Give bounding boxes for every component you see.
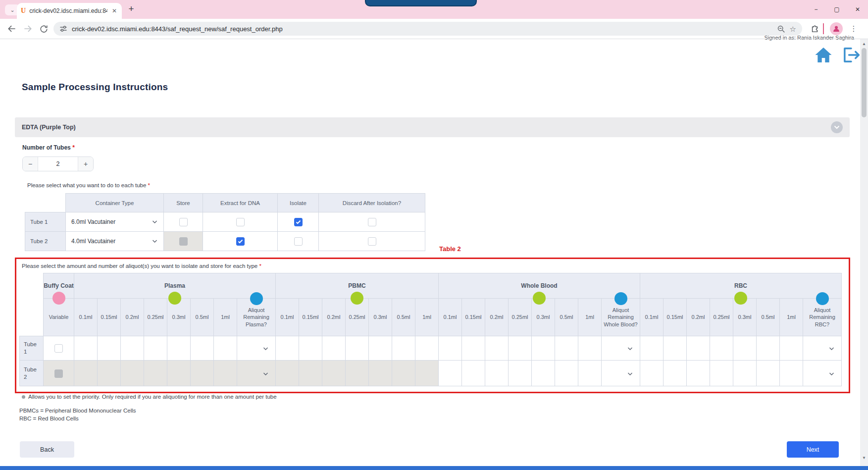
plasma-0-2ml-cell-tube-1[interactable] <box>121 336 144 361</box>
section-header-edta[interactable]: EDTA (Purple Top) <box>15 117 850 137</box>
whole-blood-0-15ml-cell-tube-2[interactable] <box>462 361 485 386</box>
scroll-up-icon[interactable]: ▲ <box>860 40 868 47</box>
subcolumn-header-plasma-0-1ml: 0.1ml <box>74 299 98 336</box>
whole-blood-0-5ml-cell-tube-2[interactable] <box>555 361 578 386</box>
extract-for-dna-checkbox-tube-1[interactable] <box>236 218 245 226</box>
discard-after-isolation-checkbox-tube-1[interactable] <box>368 218 376 226</box>
new-tab-button[interactable]: + <box>125 2 138 16</box>
rbc-0-1ml-cell-tube-1[interactable] <box>640 336 664 361</box>
pbmc-1ml-cell-tube-1[interactable] <box>415 336 439 361</box>
aliquot-select-rbc-tube-1[interactable] <box>803 336 842 361</box>
plasma-0-1ml-cell-tube-1[interactable] <box>74 336 98 361</box>
pbmc-0-3ml-cell-tube-1[interactable] <box>369 336 392 361</box>
stepper-plus-button[interactable]: + <box>78 157 93 171</box>
rbc-0-25ml-cell-tube-2[interactable] <box>710 361 733 386</box>
rbc-0-25ml-cell-tube-1[interactable] <box>710 336 733 361</box>
rbc-0-5ml-cell-tube-1[interactable] <box>757 336 780 361</box>
whole-blood-0-3ml-cell-tube-2[interactable] <box>532 361 555 386</box>
rbc-0-5ml-cell-tube-2[interactable] <box>757 361 780 386</box>
priority-dot-pink-buffy-coat[interactable] <box>52 292 65 305</box>
rbc-0-3ml-cell-tube-2[interactable] <box>733 361 757 386</box>
whole-blood-0-3ml-cell-tube-1[interactable] <box>532 336 555 361</box>
minimize-button[interactable]: − <box>806 0 826 19</box>
pbmc-0-15ml-cell-tube-1[interactable] <box>299 336 322 361</box>
isolate-checkbox-tube-1[interactable] <box>294 218 303 226</box>
page-scrollbar[interactable]: ▲ ▼ <box>860 39 868 466</box>
priority-dot-green-rbc[interactable] <box>734 292 747 305</box>
discard-after-isolation-checkbox-tube-2[interactable] <box>368 237 376 246</box>
aliquot-select-whole-blood-tube-2[interactable] <box>602 361 640 386</box>
rbc-0-15ml-cell-tube-2[interactable] <box>664 361 687 386</box>
zoom-out-icon[interactable] <box>777 25 785 33</box>
whole-blood-1ml-cell-tube-2[interactable] <box>578 361 602 386</box>
whole-blood-0-2ml-cell-tube-2[interactable] <box>485 361 509 386</box>
aliquot-select-plasma-tube-1[interactable] <box>237 336 276 361</box>
rbc-0-3ml-cell-tube-1[interactable] <box>733 336 757 361</box>
priority-dot-green-pbmc[interactable] <box>351 292 363 305</box>
plasma-0-25ml-cell-tube-1[interactable] <box>144 336 167 361</box>
maximize-button[interactable]: ▢ <box>826 0 847 19</box>
variable-checkbox-tube-1[interactable] <box>54 344 63 353</box>
container-type-select-tube-2[interactable]: 4.0ml Vacutainer <box>66 238 163 245</box>
subcolumn-header-whole-blood-1ml: 1ml <box>578 299 602 336</box>
whole-blood-0-2ml-cell-tube-1[interactable] <box>485 336 509 361</box>
store-checkbox-tube-1[interactable] <box>179 218 188 226</box>
whole-blood-0-1ml-cell-tube-2[interactable] <box>439 361 462 386</box>
plasma-0-5ml-cell-tube-1[interactable] <box>191 336 214 361</box>
pbmc-0-5ml-cell-tube-1[interactable] <box>392 336 415 361</box>
back-nav-icon[interactable] <box>5 22 19 36</box>
isolate-checkbox-tube-2[interactable] <box>294 237 303 246</box>
rbc-0-2ml-cell-tube-2[interactable] <box>687 361 710 386</box>
stepper-minus-button[interactable]: − <box>23 157 38 171</box>
close-window-button[interactable]: ✕ <box>847 0 868 19</box>
rbc-0-15ml-cell-tube-1[interactable] <box>664 336 687 361</box>
browser-tab[interactable]: U crick-dev02.idsc.miami.edu:844 ✕ <box>17 3 122 19</box>
bookmark-star-icon[interactable]: ☆ <box>790 25 796 33</box>
plasma-1ml-cell-tube-1[interactable] <box>214 336 237 361</box>
rbc-1ml-cell-tube-1[interactable] <box>780 336 803 361</box>
plasma-0-5ml-cell-tube-2 <box>191 361 214 386</box>
whole-blood-1ml-cell-tube-1[interactable] <box>578 336 602 361</box>
rbc-0-1ml-cell-tube-2[interactable] <box>640 361 664 386</box>
url-text[interactable]: crick-dev02.idsc.miami.edu:8443/saf_requ… <box>72 25 772 33</box>
forward-nav-icon[interactable] <box>21 22 35 36</box>
container-type-select-tube-1[interactable]: 6.0ml Vacutainer <box>66 218 163 225</box>
profile-avatar[interactable] <box>830 22 843 35</box>
plasma-0-15ml-cell-tube-1[interactable] <box>98 336 121 361</box>
address-bar[interactable]: crick-dev02.idsc.miami.edu:8443/saf_requ… <box>53 22 802 36</box>
priority-dot-green-plasma[interactable] <box>168 292 181 305</box>
priority-dot-blue-rbc[interactable] <box>816 292 829 305</box>
browser-menu-icon[interactable]: ⋮ <box>849 23 859 35</box>
logout-icon[interactable] <box>842 47 861 65</box>
refresh-icon[interactable] <box>37 22 51 36</box>
extract-for-dna-checkbox-tube-2[interactable] <box>236 237 245 246</box>
whole-blood-0-25ml-cell-tube-1[interactable] <box>509 336 532 361</box>
site-info-icon[interactable] <box>59 25 67 33</box>
pbmc-0-1ml-cell-tube-1[interactable] <box>276 336 299 361</box>
back-button[interactable]: Back <box>20 441 74 458</box>
rbc-0-2ml-cell-tube-1[interactable] <box>687 336 710 361</box>
whole-blood-0-5ml-cell-tube-1[interactable] <box>555 336 578 361</box>
priority-dot-blue-plasma[interactable] <box>250 292 263 305</box>
scroll-down-icon[interactable]: ▼ <box>860 454 868 461</box>
whole-blood-0-15ml-cell-tube-1[interactable] <box>462 336 485 361</box>
aliquot-select-rbc-tube-2[interactable] <box>803 361 842 386</box>
rbc-1ml-cell-tube-2[interactable] <box>780 361 803 386</box>
whole-blood-0-25ml-cell-tube-2[interactable] <box>509 361 532 386</box>
priority-dot-blue-whole-blood[interactable] <box>614 292 627 305</box>
pbmc-0-25ml-cell-tube-1[interactable] <box>346 336 369 361</box>
priority-dot-green-whole-blood[interactable] <box>533 292 546 305</box>
whole-blood-0-1ml-cell-tube-1[interactable] <box>439 336 462 361</box>
home-icon[interactable] <box>815 47 832 65</box>
plasma-0-3ml-cell-tube-1[interactable] <box>167 336 191 361</box>
scrollbar-thumb[interactable] <box>862 48 867 117</box>
section-collapse-button[interactable] <box>831 121 843 133</box>
tab-close-icon[interactable]: ✕ <box>111 7 118 14</box>
site-favicon-icon: U <box>21 7 26 14</box>
aliquot-select-plasma-tube-2[interactable] <box>237 361 276 386</box>
extensions-puzzle-icon[interactable] <box>808 21 822 35</box>
pbmc-0-2ml-cell-tube-1[interactable] <box>322 336 346 361</box>
number-of-tubes-value[interactable]: 2 <box>38 157 78 171</box>
aliquot-select-whole-blood-tube-1[interactable] <box>602 336 640 361</box>
next-button[interactable]: Next <box>787 441 839 458</box>
